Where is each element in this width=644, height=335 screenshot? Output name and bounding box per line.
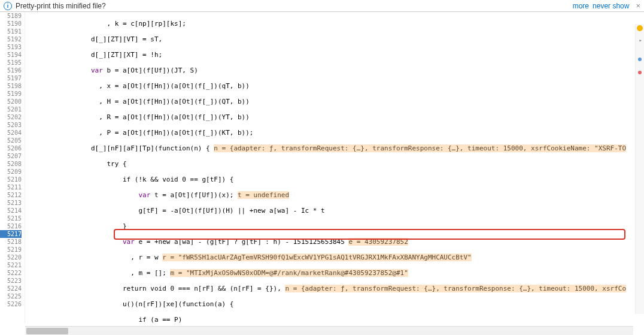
warning-icon[interactable]	[637, 25, 643, 31]
value-highlight: n = {adapter: ƒ, transformRequest: {…}, …	[285, 285, 626, 292]
value-highlight: r = "fWR5SH1acUArZAgTemVRSH90fQ1wExcWV1Y…	[162, 253, 472, 261]
code-line: , x = a[Ot](f[Hn])(a[Ot](f[_])(qT, b))	[25, 82, 644, 90]
line-number[interactable]: 5219	[0, 246, 22, 253]
line-number[interactable]: 5207	[0, 152, 22, 160]
code-line: g[tF] = -a[Ot](f[Uf])(H) || +new a[wa] -…	[25, 207, 644, 215]
value-highlight: t = undefined	[238, 191, 289, 199]
line-number[interactable]: 5200	[0, 98, 22, 105]
scrollbar-marker[interactable]	[638, 58, 642, 61]
code-line: d[_][ZT][XT] = !h;	[25, 51, 644, 59]
code-line: var t = a[Ot](f[Uf])(x); t = undefined	[25, 191, 644, 199]
line-number[interactable]: 5211	[0, 183, 22, 191]
code-line: d[_][nF][aF][Tp](function(n) { n = {adap…	[25, 144, 644, 152]
line-number[interactable]: 5213	[0, 199, 22, 207]
never-show-link[interactable]: never show	[593, 2, 629, 10]
code-line: , r = w r = "fWR5SH1acUArZAgTemVRSH90fQ1…	[25, 253, 644, 261]
close-icon[interactable]: ×	[636, 1, 640, 10]
banner-prompt: Pretty-print this minified file?	[16, 2, 106, 10]
chevron-right-icon: ▸	[639, 37, 642, 43]
line-number[interactable]: 5214	[0, 207, 22, 215]
line-number[interactable]: 5222	[0, 269, 22, 277]
code-line: var b = a[Ot](f[Uf])(JT, S)	[25, 67, 644, 74]
line-number[interactable]: 5197	[0, 74, 22, 82]
code-line: if (!k && void 0 == g[tF]) {	[25, 176, 644, 183]
line-number[interactable]: 5204	[0, 129, 22, 137]
horizontal-scrollbar[interactable]	[25, 326, 633, 335]
value-highlight: e = 43059237852	[348, 238, 408, 246]
line-number[interactable]: 5208	[0, 160, 22, 168]
line-number[interactable]: 5201	[0, 105, 22, 113]
line-number[interactable]: 5223	[0, 277, 22, 285]
code-line: , P = a[Ot](f[Hn])(a[Ot](f[_])(KT, b));	[25, 129, 644, 137]
code-line: , R = a[Ot](f[Hn])(a[Ot](f[_])(YT, b))	[25, 113, 644, 121]
line-number[interactable]: 5192	[0, 35, 22, 43]
line-number[interactable]: 5210	[0, 176, 22, 183]
line-number[interactable]: 5195	[0, 59, 22, 67]
line-number[interactable]: 5199	[0, 90, 22, 98]
line-number[interactable]: 5216	[0, 222, 22, 230]
line-number[interactable]: 5215	[0, 215, 22, 222]
code-line: d[_][ZT][VT] = sT,	[25, 35, 644, 43]
line-number[interactable]: 5220	[0, 253, 22, 261]
line-number[interactable]: 5218	[0, 238, 22, 246]
vertical-scrollbar[interactable]: ▸	[635, 24, 644, 314]
line-number[interactable]: 5193	[0, 43, 22, 51]
code-line: , k = c[np][rp][ks];	[25, 20, 644, 28]
editor-main: 5189519051915192519351945195519651975198…	[0, 12, 644, 323]
code-line: }	[25, 222, 644, 230]
code-line: try {	[25, 160, 644, 168]
code-area[interactable]: , k = c[np][rp][ks]; d[_][ZT][VT] = sT, …	[25, 12, 644, 323]
line-number[interactable]: 5225	[0, 292, 22, 300]
line-number[interactable]: 5206	[0, 144, 22, 152]
info-icon: i	[4, 2, 12, 10]
code-line: , m = []; m = "MTIxMjAxOS0wNS0xODM=@#/ra…	[25, 269, 644, 277]
line-number[interactable]: 5191	[0, 28, 22, 35]
code-line: if (a == P)	[25, 316, 644, 323]
line-number[interactable]: 5196	[0, 67, 22, 74]
code-line: u()(n[rF])[xe](function(a) {	[25, 300, 644, 308]
pretty-print-banner: i Pretty-print this minified file? more …	[0, 0, 644, 12]
scrollbar-thumb[interactable]	[26, 328, 68, 334]
line-number[interactable]: 5205	[0, 137, 22, 144]
value-highlight: n = {adapter: ƒ, transformRequest: {…}, …	[214, 144, 626, 152]
line-number[interactable]: 5190	[0, 20, 22, 28]
line-number[interactable]: 5226	[0, 300, 22, 308]
code-line: var e = +new a[wa] - (g[tF] ? g[tF] : h)…	[25, 238, 644, 246]
line-number[interactable]: 5202	[0, 113, 22, 121]
line-number[interactable]: 5212	[0, 191, 22, 199]
line-number[interactable]: 5224	[0, 285, 22, 292]
line-number[interactable]: 5221	[0, 261, 22, 269]
line-number[interactable]: 5203	[0, 121, 22, 129]
line-number[interactable]: 5194	[0, 51, 22, 59]
line-number[interactable]: 5217	[0, 230, 22, 238]
line-number[interactable]: 5198	[0, 82, 22, 90]
line-number[interactable]: 5209	[0, 168, 22, 176]
value-highlight: m = "MTIxMjAxOS0wNS0xODM=@#/rank/marketR…	[170, 269, 408, 277]
code-line: return void 0 === n[rF] && (n[rF] = {}),…	[25, 285, 644, 292]
scrollbar-marker[interactable]	[638, 71, 642, 74]
more-link[interactable]: more	[573, 2, 589, 10]
line-number-gutter: 5189519051915192519351945195519651975198…	[0, 12, 25, 323]
line-number[interactable]: 5189	[0, 12, 22, 20]
code-line: , H = a[Ot](f[Hn])(a[Ot](f[_])(QT, b))	[25, 98, 644, 105]
